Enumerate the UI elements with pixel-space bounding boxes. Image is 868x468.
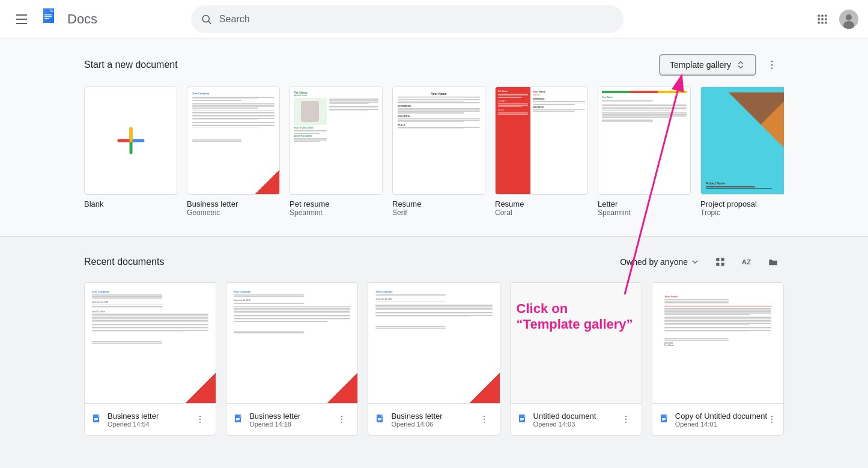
doc-footer-left-3: Business letter Opened 14:06 (375, 412, 442, 428)
doc-card-2[interactable]: Your Company September 04, 2048 (226, 282, 358, 436)
svg-rect-8 (821, 14, 823, 16)
doc-name-2: Business letter (249, 412, 300, 421)
svg-point-58 (625, 416, 627, 417)
chevron-down-icon (690, 257, 700, 267)
pet-resume-thumbnail: Pet Name My best friend HEALTH & WELLNES… (290, 87, 383, 195)
doc-footer-4: Untitled document Opened 14:03 (511, 403, 642, 435)
doc-more-3[interactable] (476, 411, 493, 428)
doc-card-4[interactable]: Click on“Template gallery” Untit (510, 282, 642, 436)
svg-point-46 (341, 422, 342, 423)
template-project-proposal[interactable]: Project Name Project proposal Tropic (700, 87, 784, 217)
template-pet-resume[interactable]: Pet Name My best friend HEALTH & WELLNES… (290, 87, 383, 217)
grid-view-icon (715, 257, 726, 267)
doc-footer-left-2: Business letter Opened 14:18 (234, 412, 300, 428)
doc-more-2[interactable] (333, 411, 350, 428)
svg-rect-28 (716, 258, 719, 261)
svg-point-17 (846, 14, 852, 20)
three-dots-icon-3 (479, 415, 489, 424)
svg-point-19 (771, 61, 773, 62)
avatar[interactable] (839, 10, 858, 29)
svg-rect-30 (716, 263, 719, 266)
sort-button[interactable]: AZ (736, 251, 757, 273)
svg-rect-43 (236, 421, 238, 421)
letter-spearmint-thumbnail: Your Name (598, 87, 691, 195)
svg-rect-49 (378, 419, 381, 420)
svg-point-39 (199, 422, 201, 423)
menu-icon[interactable] (10, 7, 34, 31)
business-letter-sub: Geometric (187, 208, 280, 217)
doc-more-5[interactable] (767, 411, 777, 428)
recent-section: Recent documents Owned by anyone (0, 237, 868, 450)
svg-rect-41 (236, 418, 240, 419)
doc-preview-4: Click on“Template gallery” (511, 283, 642, 403)
svg-rect-62 (662, 418, 666, 419)
svg-text:AZ: AZ (742, 258, 751, 266)
plus-icon (114, 124, 148, 157)
svg-point-65 (771, 416, 772, 417)
sort-icon: AZ (741, 256, 753, 268)
owned-by-filter[interactable]: Owned by anyone (620, 257, 700, 267)
template-blank[interactable]: Blank (84, 87, 177, 217)
template-business-letter[interactable]: Your Company (187, 87, 280, 217)
folder-view-button[interactable] (762, 251, 784, 273)
svg-point-59 (625, 419, 627, 420)
svg-point-45 (341, 419, 342, 420)
owned-by-label: Owned by anyone (620, 257, 688, 267)
doc-time-2: Opened 14:18 (249, 421, 300, 428)
svg-rect-3 (44, 16, 52, 17)
docs-logo[interactable]: Docs (38, 7, 97, 31)
doc-preview-2: Your Company September 04, 2048 (226, 283, 357, 403)
doc-footer-left-1: Business letter Opened 14:54 (92, 412, 159, 428)
three-dots-icon-2 (337, 415, 347, 424)
folder-icon (768, 257, 778, 267)
doc-card-5[interactable]: John Smith (652, 282, 784, 436)
header-right (810, 7, 858, 31)
header: Docs (0, 0, 868, 38)
doc-time-4: Opened 14:03 (533, 421, 596, 428)
doc-info-5: Copy of Untitled document Opened 14:01 (675, 412, 767, 428)
svg-point-60 (625, 422, 627, 423)
business-letter-thumbnail: Your Company (187, 87, 280, 195)
svg-point-52 (484, 419, 485, 420)
new-doc-section: Start a new document Template gallery (0, 38, 868, 237)
svg-rect-34 (94, 418, 98, 419)
doc-more-4[interactable] (618, 411, 634, 428)
doc-icon-4 (518, 414, 529, 425)
letter-spearmint-label: Letter (598, 199, 691, 208)
svg-rect-2 (44, 14, 52, 16)
grid-view-button[interactable] (709, 251, 731, 273)
doc-icon-3 (375, 414, 386, 425)
hamburger-lines (16, 14, 27, 24)
docs-file-icon (38, 7, 62, 31)
resume-coral-label: Resume (495, 199, 588, 208)
template-resume-serif[interactable]: Your Name EXPERIENCE EDUCATION (392, 87, 485, 217)
svg-rect-4 (44, 18, 49, 19)
template-gallery-button[interactable]: Template gallery (660, 55, 755, 74)
doc-preview-1: Your Company September 04, 2048 Dear Ms.… (85, 283, 216, 403)
search-input[interactable] (219, 14, 614, 25)
resume-serif-sub: Serif (392, 208, 485, 217)
doc-card-1[interactable]: Your Company September 04, 2048 Dear Ms.… (84, 282, 216, 436)
svg-rect-12 (825, 18, 827, 20)
more-options-button[interactable] (760, 53, 784, 77)
doc-name-4: Untitled document (533, 412, 596, 421)
doc-info-2: Business letter Opened 14:18 (249, 412, 300, 428)
template-resume-coral[interactable]: Pet Name CONTACT SKILLS (495, 87, 588, 217)
three-dots-vertical-icon (766, 59, 778, 71)
svg-rect-36 (94, 421, 97, 421)
blank-thumbnail (84, 87, 177, 195)
three-dots-icon-1 (195, 415, 205, 424)
new-doc-title: Start a new document (84, 59, 178, 70)
svg-rect-7 (818, 14, 820, 16)
doc-card-3[interactable]: Your Company September 04, 2048 (368, 282, 500, 436)
template-letter-spearmint[interactable]: Your Name Letter (598, 87, 691, 217)
grid-apps-icon[interactable] (810, 7, 834, 31)
svg-rect-15 (825, 22, 827, 23)
recent-title: Recent documents (84, 257, 164, 267)
svg-rect-55 (520, 418, 524, 419)
search-bar[interactable] (191, 5, 624, 33)
doc-footer-5: Copy of Untitled document Opened 14:01 (652, 403, 783, 435)
doc-preview-3: Your Company September 04, 2048 (368, 283, 499, 403)
svg-point-66 (771, 419, 772, 420)
doc-more-1[interactable] (192, 411, 208, 428)
